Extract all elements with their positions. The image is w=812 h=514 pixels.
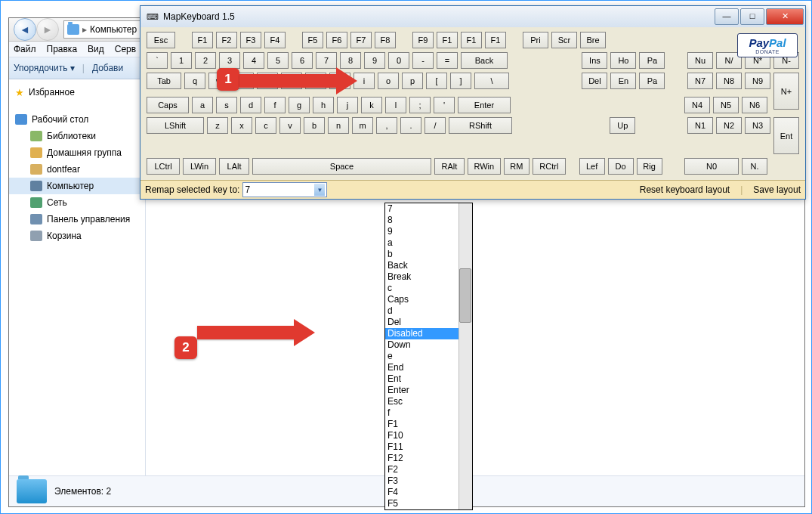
menu-service[interactable]: Серв xyxy=(115,44,136,54)
remap-dropdown-list[interactable]: 789abBackBreakcCapsdDelDisabledDowneEndE… xyxy=(384,203,473,510)
dropdown-option[interactable]: a xyxy=(385,237,459,249)
save-layout-button[interactable]: Save layout xyxy=(753,184,801,195)
key-do[interactable]: Do xyxy=(608,158,634,175)
key-8[interactable]: 8 xyxy=(340,52,361,69)
key-f2[interactable]: F2 xyxy=(216,32,237,48)
key-ins[interactable]: Ins xyxy=(582,52,607,69)
key-n8[interactable]: N8 xyxy=(716,73,742,89)
key-nu[interactable]: Nu xyxy=(687,52,713,69)
key-[interactable]: - xyxy=(412,52,434,69)
key-tab[interactable]: Tab xyxy=(147,73,181,89)
dropdown-option[interactable]: 7 xyxy=(385,203,459,215)
key-f3[interactable]: F3 xyxy=(240,32,261,48)
dropdown-option[interactable]: Ent xyxy=(385,373,459,385)
dropdown-option[interactable]: F2 xyxy=(385,464,459,475)
reset-layout-button[interactable]: Reset keyboard layout xyxy=(640,184,730,195)
key-2[interactable]: 2 xyxy=(195,52,216,69)
key-m[interactable]: m xyxy=(352,117,373,134)
key-esc[interactable]: Esc xyxy=(147,32,175,48)
close-button[interactable]: ✕ xyxy=(766,8,804,25)
key-y[interactable]: y xyxy=(305,73,326,89)
key-t[interactable]: t xyxy=(281,73,302,89)
menu-view[interactable]: Вид xyxy=(88,44,104,54)
key-c[interactable]: c xyxy=(255,117,276,134)
sidebar-item-bin[interactable]: Корзина xyxy=(9,228,145,244)
sidebar-item-lib[interactable]: Библиотеки xyxy=(9,128,145,144)
key-n1[interactable]: N1 xyxy=(687,117,713,134)
key-g[interactable]: g xyxy=(289,97,310,113)
key-1[interactable]: 1 xyxy=(171,52,192,69)
key-d[interactable]: d xyxy=(240,97,261,113)
nav-back-button[interactable]: ◄ xyxy=(14,18,36,41)
key-[interactable]: [ xyxy=(426,73,447,89)
key-l[interactable]: l xyxy=(385,97,406,113)
key-a[interactable]: a xyxy=(192,97,213,113)
key-n4[interactable]: N4 xyxy=(684,97,710,113)
key-7[interactable]: 7 xyxy=(316,52,337,69)
key-rm[interactable]: RM xyxy=(504,158,529,175)
dropdown-option[interactable]: Caps xyxy=(385,294,459,305)
dropdown-option[interactable]: F3 xyxy=(385,475,459,487)
dropdown-option[interactable]: End xyxy=(385,362,459,373)
key-f8[interactable]: F8 xyxy=(375,32,396,48)
key-[interactable]: ' xyxy=(434,97,455,113)
scrollbar-thumb[interactable] xyxy=(459,268,471,323)
key-ralt[interactable]: RAlt xyxy=(434,158,465,175)
maximize-button[interactable]: □ xyxy=(740,8,764,25)
menu-edit[interactable]: Правка xyxy=(47,44,78,54)
key-f1[interactable]: F1 xyxy=(192,32,213,48)
key-[interactable]: . xyxy=(400,117,421,134)
key-numpad-enter[interactable]: Ent xyxy=(773,117,799,154)
key-[interactable]: ; xyxy=(409,97,431,113)
key-back[interactable]: Back xyxy=(461,52,508,69)
key-f6[interactable]: F6 xyxy=(326,32,347,48)
key-k[interactable]: k xyxy=(361,97,382,113)
key-n6[interactable]: N6 xyxy=(742,97,767,113)
key-9[interactable]: 9 xyxy=(364,52,385,69)
key-[interactable]: ] xyxy=(450,73,471,89)
dropdown-option[interactable]: Del xyxy=(385,317,459,328)
key-[interactable]: ` xyxy=(147,52,168,69)
dropdown-option[interactable]: F12 xyxy=(385,453,459,464)
dropdown-option[interactable]: F1 xyxy=(385,419,459,430)
key-pa[interactable]: Pa xyxy=(639,73,665,89)
dropdown-option[interactable]: 8 xyxy=(385,215,459,226)
key-lef[interactable]: Lef xyxy=(579,158,605,175)
key-n9[interactable]: N9 xyxy=(745,73,770,89)
key-pri[interactable]: Pri xyxy=(523,32,548,48)
key-f5[interactable]: F5 xyxy=(302,32,323,48)
key-f1[interactable]: F1 xyxy=(461,32,482,48)
nav-forward-button[interactable]: ► xyxy=(36,18,59,41)
key-lshift[interactable]: LShift xyxy=(147,117,204,134)
key-v[interactable]: v xyxy=(279,117,301,134)
key-4[interactable]: 4 xyxy=(243,52,264,69)
sidebar-item-comp[interactable]: Компьютер xyxy=(9,178,145,194)
sidebar-desktop[interactable]: Рабочий стол xyxy=(9,111,145,128)
key-rctrl[interactable]: RCtrl xyxy=(533,158,566,175)
key-f4[interactable]: F4 xyxy=(264,32,286,48)
key-5[interactable]: 5 xyxy=(267,52,289,69)
dropdown-option[interactable]: Esc xyxy=(385,396,459,407)
key-ndot[interactable]: N. xyxy=(742,158,767,175)
sidebar-favorites[interactable]: ★ Избранное xyxy=(9,84,145,101)
key-n5[interactable]: N5 xyxy=(713,97,739,113)
key-f1[interactable]: F1 xyxy=(485,32,506,48)
remap-select[interactable]: 7 ▼ xyxy=(242,182,327,197)
key-lalt[interactable]: LAlt xyxy=(219,158,249,175)
key-[interactable]: = xyxy=(437,52,458,69)
dropdown-option[interactable]: Break xyxy=(385,271,459,283)
key-enter[interactable]: Enter xyxy=(458,97,511,113)
key-p[interactable]: p xyxy=(402,73,423,89)
key-b[interactable]: b xyxy=(304,117,325,134)
dropdown-option[interactable]: d xyxy=(385,305,459,317)
key-n7[interactable]: N7 xyxy=(687,73,713,89)
key-lctrl[interactable]: LCtrl xyxy=(147,158,180,175)
key-n3[interactable]: N3 xyxy=(745,117,770,134)
key-3[interactable]: 3 xyxy=(219,52,240,69)
dropdown-option[interactable]: F5 xyxy=(385,498,459,509)
key-f9[interactable]: F9 xyxy=(412,32,434,48)
dropdown-option[interactable]: b xyxy=(385,249,459,260)
key-s[interactable]: s xyxy=(216,97,237,113)
dropdown-scrollbar[interactable] xyxy=(458,203,472,509)
sidebar-item-cp[interactable]: Панель управления xyxy=(9,211,145,228)
